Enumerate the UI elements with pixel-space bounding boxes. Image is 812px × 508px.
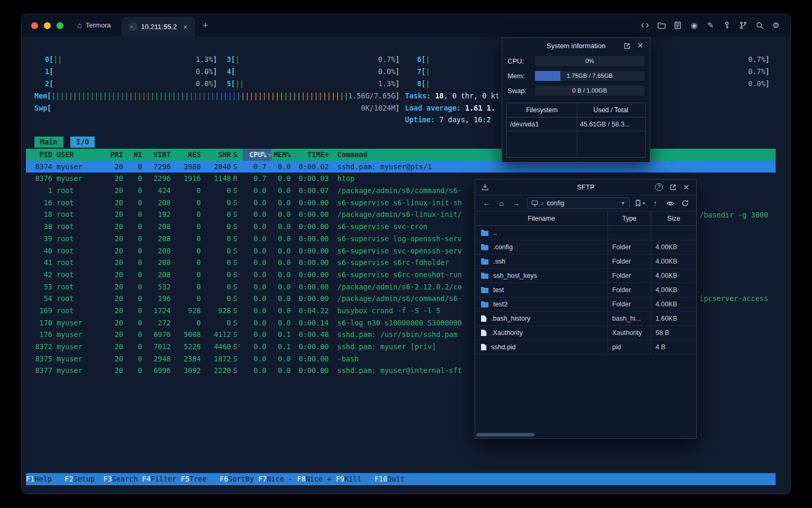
refresh-icon[interactable] xyxy=(678,197,691,209)
horizontal-scrollbar[interactable] xyxy=(476,433,695,437)
show-hidden-files-icon[interactable] xyxy=(663,197,677,209)
breadcrumb-separator: › xyxy=(541,199,543,207)
cell-shr: 0 xyxy=(201,185,231,197)
column-header-pri[interactable]: PRI xyxy=(90,149,123,161)
file-type: Folder xyxy=(608,240,651,254)
command-overflow-fragment: ipcserver-access xyxy=(699,293,768,305)
file-row[interactable]: testFolder4.00KB xyxy=(475,283,696,297)
cell-virt: 6976 xyxy=(142,329,171,341)
cell-s: S xyxy=(231,257,243,269)
file-row[interactable]: ssh_host_keysFolder4.00KB xyxy=(475,269,696,283)
code-icon[interactable] xyxy=(640,21,650,30)
tasks-summary: Tasks: 18, 0 thr, 0 kt xyxy=(405,90,500,102)
scrollbar-thumb[interactable] xyxy=(476,433,534,437)
cell-s: S xyxy=(231,317,243,329)
cell-ni: 0 xyxy=(123,245,142,257)
fkey-action-F2[interactable]: Setup xyxy=(73,473,104,485)
fkey-action-F3[interactable]: Search xyxy=(112,473,142,485)
fkey-action-F7[interactable]: Nice - xyxy=(267,473,297,485)
filesystem-row[interactable]: /dev/vda1 45.61GB / 58.3... xyxy=(507,117,645,131)
file-row[interactable]: .XauthorityXauthority58 B xyxy=(475,326,696,340)
cell-pid: 39 xyxy=(26,233,52,245)
htop-tab-main[interactable]: Main xyxy=(34,137,63,148)
fkey-action-F1[interactable]: Help xyxy=(34,473,64,485)
cell-pid: 8374 xyxy=(26,161,52,173)
cell-res: 0 xyxy=(171,197,201,209)
cell-res: 5008 xyxy=(171,329,201,341)
chevron-down-icon[interactable]: ▼ xyxy=(621,201,625,206)
minimize-window-button[interactable] xyxy=(44,22,51,29)
file-row[interactable]: .. xyxy=(475,226,696,240)
new-tab-button[interactable]: + xyxy=(195,20,208,37)
close-icon[interactable]: ✕ xyxy=(637,38,643,53)
help-icon[interactable]: ? xyxy=(655,179,663,195)
cell-res: 0 xyxy=(171,269,201,281)
cell-time: 0:00.00 xyxy=(291,269,329,281)
branch-icon[interactable] xyxy=(739,21,748,30)
zoom-window-button[interactable] xyxy=(57,22,63,29)
log-icon[interactable] xyxy=(673,21,682,30)
cell-cpu: 0.0 xyxy=(243,269,266,281)
home-icon[interactable]: ⌂ xyxy=(495,197,508,209)
file-type xyxy=(608,226,651,240)
open-in-window-icon[interactable] xyxy=(669,179,677,195)
back-icon[interactable]: ← xyxy=(480,197,493,209)
download-icon[interactable] xyxy=(481,179,489,195)
cell-mem: 0.1 xyxy=(266,329,291,341)
file-name: test xyxy=(493,286,504,294)
fkey-action-F10[interactable]: Quit xyxy=(387,473,418,485)
column-header-virt[interactable]: VIRT xyxy=(142,149,171,161)
key-icon[interactable] xyxy=(722,21,732,30)
column-header-size[interactable]: Size xyxy=(651,212,696,226)
fkey-action-F4[interactable]: Filter xyxy=(151,473,181,485)
column-header-filename[interactable]: Filename xyxy=(475,212,608,226)
column-header-cpu[interactable]: CPU%▽ xyxy=(243,149,266,161)
folder-icon xyxy=(481,258,489,265)
column-header-type[interactable]: Type xyxy=(608,212,651,226)
fkey-action-F8[interactable]: Nice + xyxy=(306,473,336,485)
column-header-ni[interactable]: NI xyxy=(123,149,142,161)
file-size: 4.00KB xyxy=(651,240,697,254)
tab-session[interactable]: >_ 10.211.55.2 × xyxy=(122,17,195,37)
record-icon[interactable]: ◉ xyxy=(689,21,699,30)
file-row[interactable]: test2Folder4.00KB xyxy=(475,297,696,312)
column-header-res[interactable]: RES xyxy=(171,149,201,161)
folder-icon xyxy=(481,229,489,237)
search-icon[interactable] xyxy=(755,21,764,30)
parent-directory-icon[interactable]: ↑ xyxy=(649,197,662,209)
htop-tab-io[interactable]: I/O xyxy=(70,137,95,148)
cell-res: 5228 xyxy=(171,341,201,353)
cell-shr: 0 xyxy=(201,281,231,293)
column-header-time[interactable]: TIME+ xyxy=(291,149,329,161)
file-row[interactable]: .bash_historybash_hi...1.60KB xyxy=(475,312,696,326)
folder-icon[interactable] xyxy=(657,21,666,30)
file-row[interactable]: sshd.pidpid4 B xyxy=(475,340,696,355)
edit-icon[interactable]: ✎ xyxy=(706,21,715,30)
column-header-user[interactable]: USER xyxy=(52,149,90,161)
close-window-button[interactable] xyxy=(31,22,38,29)
forward-icon[interactable]: → xyxy=(510,197,523,209)
cell-cpu: 0.0 xyxy=(243,208,266,221)
file-row[interactable]: .configFolder4.00KB xyxy=(475,240,696,255)
column-header-shr[interactable]: SHR xyxy=(201,149,231,161)
file-size: 4 B xyxy=(651,340,697,354)
column-header-s[interactable]: S xyxy=(231,149,243,161)
cell-time: 0:00.00 xyxy=(291,221,329,233)
settings-icon[interactable]: ⚙ xyxy=(771,21,781,30)
fkey-action-F5[interactable]: Tree xyxy=(189,473,219,485)
cpu-label: CPU: xyxy=(508,57,535,65)
cell-virt: 196 xyxy=(142,293,171,305)
cell-s: S xyxy=(231,281,243,293)
open-in-window-icon[interactable] xyxy=(623,38,631,53)
path-segment-config[interactable]: config xyxy=(547,199,564,207)
close-tab-icon[interactable]: × xyxy=(183,23,187,31)
close-icon[interactable]: ✕ xyxy=(683,179,689,195)
column-header-pid[interactable]: PID xyxy=(26,149,52,161)
bookmark-icon[interactable]: ▼ xyxy=(634,197,647,209)
process-row[interactable]: 8374myuser200729639802840S0.70.00:00.02s… xyxy=(26,161,776,173)
file-row[interactable]: .sshFolder4.00KB xyxy=(475,255,696,269)
tab-home[interactable]: ⌂ Termora xyxy=(63,21,122,37)
fkey-action-F9[interactable]: Kill xyxy=(344,473,374,485)
fkey-action-F6[interactable]: SortBy xyxy=(228,473,259,485)
path-breadcrumb[interactable]: › config ▼ xyxy=(527,197,630,209)
